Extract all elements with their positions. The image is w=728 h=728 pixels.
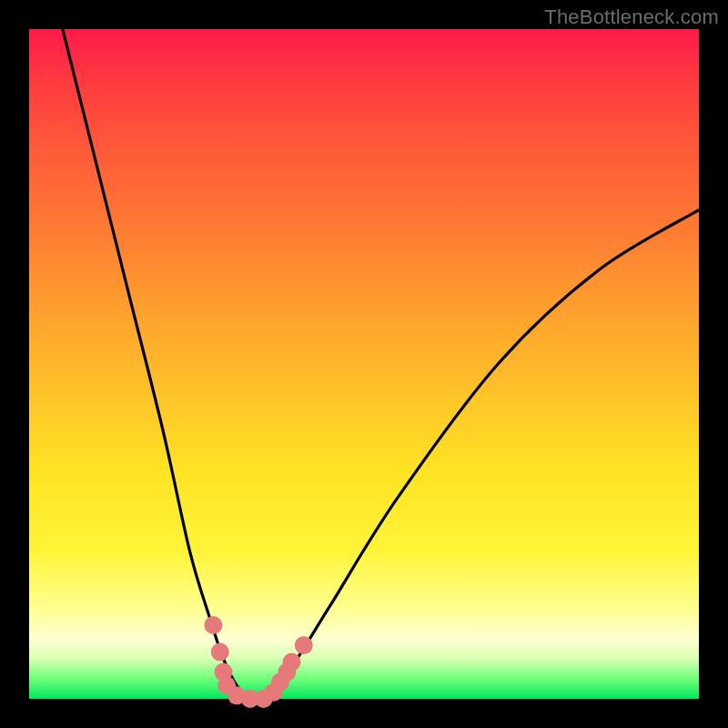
highlight-dots-group [204, 616, 312, 708]
highlight-dot [295, 636, 313, 654]
highlight-dot [211, 642, 229, 661]
curve-svg [29, 29, 699, 699]
watermark-text: TheBottleneck.com [544, 5, 719, 29]
highlight-dot [204, 616, 222, 634]
chart-frame: TheBottleneck.com [0, 0, 728, 728]
highlight-dot [283, 653, 301, 672]
plot-area [29, 29, 699, 699]
bottleneck-curve-path [63, 29, 699, 701]
